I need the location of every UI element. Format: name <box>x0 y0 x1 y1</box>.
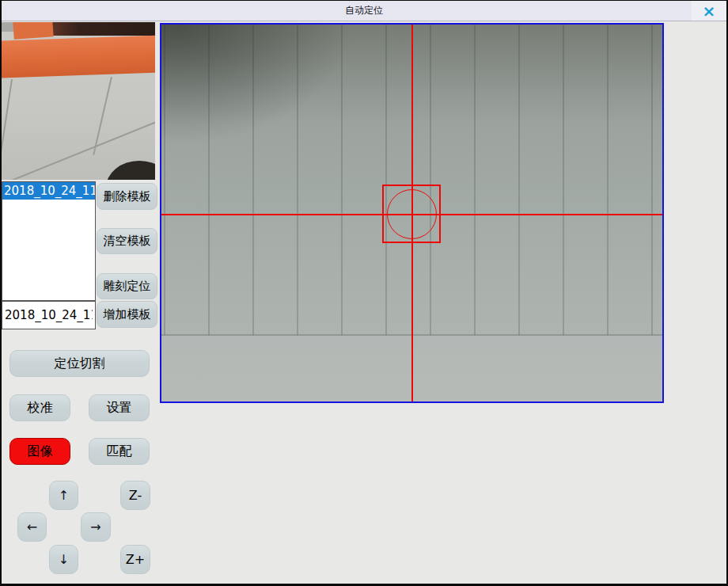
template-thumbnail <box>2 22 155 180</box>
up-arrow-icon: ↑ <box>59 488 69 503</box>
thumbnail-tile-line <box>2 79 13 175</box>
match-button[interactable]: 匹配 <box>89 438 150 465</box>
settings-button[interactable]: 设置 <box>89 394 150 421</box>
target-circle-overlay <box>387 189 437 239</box>
add-template-button[interactable]: 增加模板 <box>97 301 157 328</box>
image-button[interactable]: 图像 <box>9 438 70 465</box>
locate-cut-button[interactable]: 定位切割 <box>9 350 150 377</box>
jog-right-button[interactable]: → <box>81 512 111 542</box>
jog-left-button[interactable]: ← <box>17 512 47 542</box>
delete-template-button[interactable]: 删除模板 <box>97 183 157 210</box>
calibrate-button[interactable]: 校准 <box>9 394 70 421</box>
titlebar: 自动定位 <box>2 1 726 21</box>
close-button[interactable]: × <box>692 1 726 21</box>
clear-template-button[interactable]: 清空模板 <box>97 228 157 254</box>
jog-z-minus-button[interactable]: Z- <box>120 481 150 510</box>
engrave-locate-button[interactable]: 雕刻定位 <box>97 273 157 299</box>
auto-position-window: 自动定位 × 2018_10_24_11 删除模板 清空模板 雕刻定位 增加模板… <box>0 0 728 586</box>
jog-down-button[interactable]: ↓ <box>49 545 78 574</box>
close-icon: × <box>703 3 716 19</box>
right-arrow-icon: → <box>90 519 100 535</box>
camera-image <box>161 25 662 401</box>
jog-up-button[interactable]: ↑ <box>49 481 78 510</box>
window-title: 自动定位 <box>345 4 383 17</box>
template-name-input[interactable] <box>2 301 96 329</box>
jog-z-plus-button[interactable]: Z+ <box>120 545 150 574</box>
window-body: 自动定位 × 2018_10_24_11 删除模板 清空模板 雕刻定位 增加模板… <box>2 1 726 584</box>
list-item[interactable]: 2018_10_24_11 <box>2 182 95 200</box>
thumbnail-dark-strip <box>45 22 155 36</box>
left-arrow-icon: ← <box>27 519 37 535</box>
camera-view[interactable] <box>160 23 664 403</box>
thumbnail-orange-beam <box>2 35 155 78</box>
thumbnail-dark-object <box>106 161 155 180</box>
template-list[interactable]: 2018_10_24_11 <box>2 181 96 301</box>
thumbnail-orange-tab <box>13 22 53 40</box>
down-arrow-icon: ↓ <box>59 552 69 567</box>
